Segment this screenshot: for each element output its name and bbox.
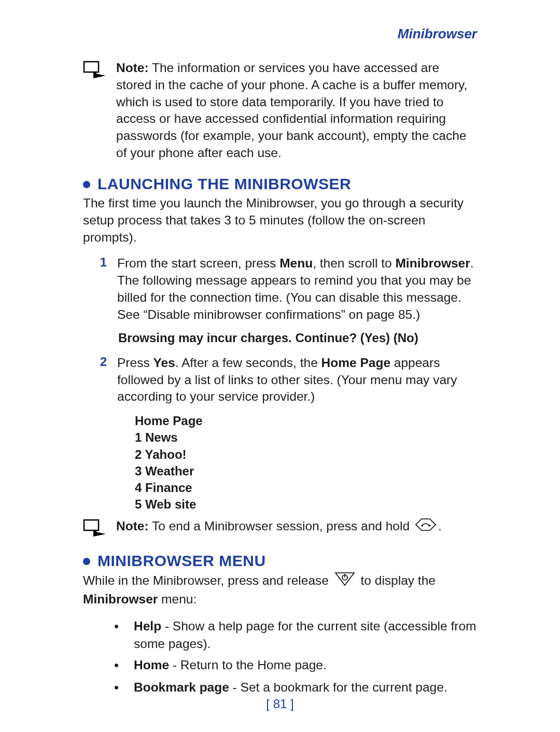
text-fragment: . After a few seconds, the (175, 356, 321, 370)
menu-keyword: Menu (279, 256, 313, 270)
item-text: - Return to the Home page. (169, 658, 327, 672)
end-key-icon (415, 518, 436, 536)
menu-item-bookmark: • Bookmark page - Set a bookmark for the… (114, 679, 477, 697)
text-fragment: To end a Minibrowser session, press and … (152, 519, 413, 533)
section-intro: While in the Minibrowser, press and rele… (83, 572, 477, 608)
item-text: - Show a help page for the current site … (134, 619, 476, 651)
menu-line: 3 Weather (135, 463, 477, 480)
text-fragment: Press (117, 356, 153, 370)
document-page: Minibrowser Note: The information or ser… (0, 0, 560, 732)
note-label: Note: (116, 61, 149, 75)
svg-marker-6 (416, 519, 436, 530)
text-fragment: menu: (158, 592, 197, 606)
note-block-cache: Note: The information or services you ha… (83, 60, 477, 162)
note-icon (83, 61, 112, 82)
text-fragment: , then scroll to (313, 256, 395, 270)
menu-item-home: • Home - Return to the Home page. (114, 656, 477, 674)
menu-line: 4 Finance (135, 480, 477, 496)
item-label: Bookmark page (134, 680, 229, 694)
svg-rect-0 (84, 62, 99, 72)
section-title: MINIBROWSER MENU (97, 552, 266, 570)
text-fragment: While in the Minibrowser, press and rele… (83, 573, 332, 587)
svg-rect-2 (93, 72, 96, 76)
step-body: Press Yes. After a few seconds, the Home… (117, 355, 477, 405)
item-label: Home (134, 658, 169, 672)
power-key-icon (334, 572, 355, 591)
browsing-charges-prompt: Browsing may incur charges. Continue? (Y… (118, 331, 477, 345)
section-heading-launching: LAUNCHING THE MINIBROWSER (83, 175, 477, 193)
minibrowser-keyword: Minibrowser (395, 256, 470, 270)
text-fragment: . (438, 519, 442, 533)
section-heading-menu: MINIBROWSER MENU (83, 552, 477, 570)
section-intro: The first time you launch the Minibrowse… (83, 195, 477, 246)
svg-point-7 (421, 525, 423, 527)
bullet-icon: • (114, 617, 130, 636)
page-number: [ 81 ] (0, 697, 560, 711)
step-2: 2 Press Yes. After a few seconds, the Ho… (83, 355, 477, 405)
bullet-icon: • (114, 679, 130, 697)
item-text: - Set a bookmark for the current page. (229, 680, 447, 694)
minibrowser-keyword: Minibrowser (83, 592, 158, 606)
menu-line: 1 News (135, 429, 477, 446)
step-number: 1 (83, 255, 117, 270)
step-body: From the start screen, press Menu, then … (117, 255, 477, 323)
note-body: The information or services you have acc… (116, 61, 467, 160)
note-icon (83, 519, 112, 541)
running-head: Minibrowser (83, 26, 477, 42)
homepage-keyword: Home Page (321, 356, 390, 370)
note-label: Note: (116, 519, 149, 533)
text-fragment: From the start screen, press (117, 256, 279, 270)
menu-line: 5 Web site (135, 496, 477, 513)
svg-rect-5 (93, 530, 96, 534)
bullet-icon: • (114, 656, 130, 674)
menu-item-help: • Help - Show a help page for the curren… (114, 617, 477, 653)
home-page-menu-list: Home Page 1 News 2 Yahoo! 3 Weather 4 Fi… (135, 413, 477, 513)
item-label: Help (134, 619, 161, 633)
menu-line: 2 Yahoo! (135, 446, 477, 463)
text-fragment: to display the (361, 573, 436, 587)
yes-keyword: Yes (153, 356, 175, 370)
svg-rect-3 (84, 520, 99, 530)
section-title: LAUNCHING THE MINIBROWSER (97, 175, 351, 193)
note-block-end-session: Note: To end a Minibrowser session, pres… (83, 518, 477, 541)
bullet-dot-icon (83, 558, 90, 565)
svg-point-8 (428, 525, 430, 527)
bullet-dot-icon (83, 181, 90, 188)
menu-line: Home Page (135, 413, 477, 429)
step-1: 1 From the start screen, press Menu, the… (83, 255, 477, 323)
step-number: 2 (83, 355, 117, 369)
